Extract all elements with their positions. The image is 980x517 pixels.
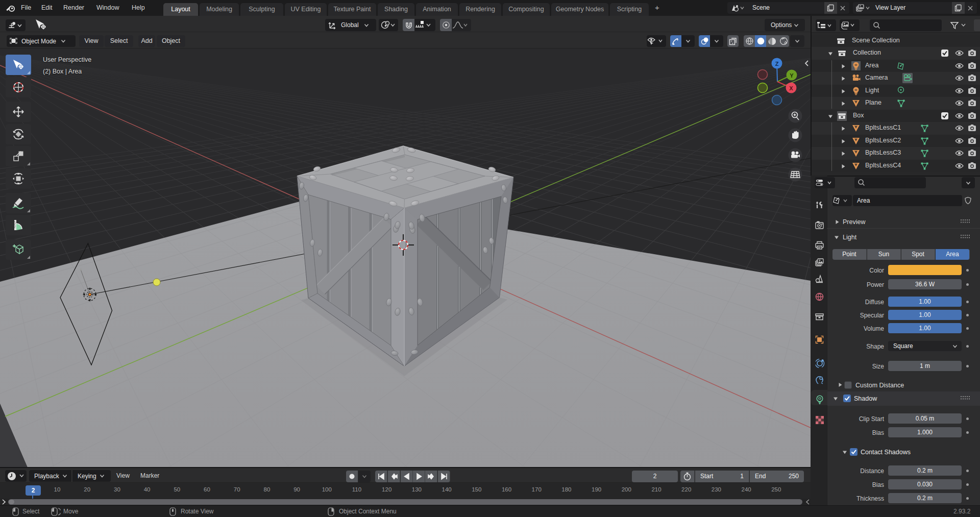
- svg-text:X: X: [789, 85, 793, 91]
- svg-text:Y: Y: [790, 72, 794, 79]
- svg-text:Z: Z: [775, 61, 779, 67]
